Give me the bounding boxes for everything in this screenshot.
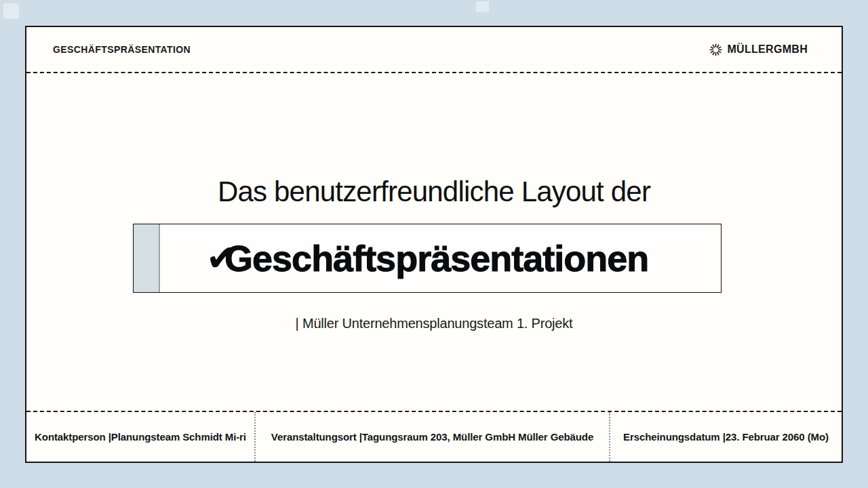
starburst-icon: [709, 43, 722, 56]
brand-name: MÜLLERGMBH: [727, 43, 808, 56]
title-box: ✔Geschäftspräsentationen: [133, 224, 722, 293]
brand: MÜLLERGMBH: [709, 43, 808, 56]
main-title: ✔Geschäftspräsentationen: [206, 237, 648, 280]
check-icon: ✔: [206, 237, 236, 279]
title-lead: Das benutzerfreundliche Layout der: [26, 177, 842, 207]
presentation-slide: GESCHÄFTSPRÄSENTATION: [25, 26, 843, 463]
footer-venue: Veranstaltungsort |Tagungsraum 203, Müll…: [254, 412, 610, 462]
subtitle: | Müller Unternehmensplanungsteam 1. Pro…: [26, 316, 842, 331]
main-title-text: Geschäftspräsentationen: [224, 238, 648, 279]
footer-contact: Kontaktperson |Planungsteam Schmidt Mi-r…: [26, 412, 254, 462]
footer-date: Erscheinungsdatum |23. Februar 2060 (Mo): [610, 412, 842, 462]
background-artifact: [3, 3, 19, 19]
slide-footer: Kontaktperson |Planungsteam Schmidt Mi-r…: [26, 411, 842, 462]
header-kicker: GESCHÄFTSPRÄSENTATION: [53, 44, 191, 55]
slide-header: GESCHÄFTSPRÄSENTATION: [26, 27, 842, 73]
canvas-background: GESCHÄFTSPRÄSENTATION: [0, 0, 868, 488]
background-artifact: [476, 1, 489, 12]
title-box-strip: [134, 224, 160, 292]
